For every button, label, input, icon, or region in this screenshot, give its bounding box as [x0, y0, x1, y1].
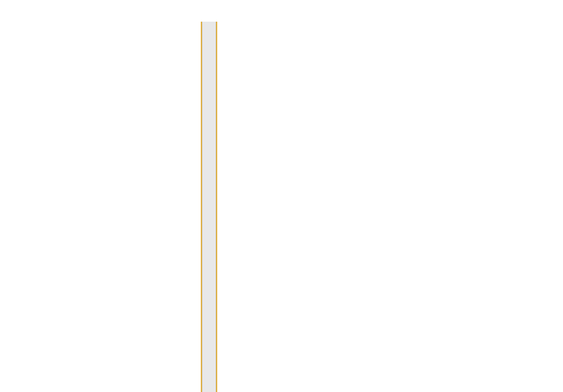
- diff-gutter[interactable]: [202, 22, 216, 392]
- left-pane[interactable]: [0, 22, 201, 392]
- diff-viewer: [0, 22, 563, 392]
- right-pane[interactable]: [217, 22, 563, 392]
